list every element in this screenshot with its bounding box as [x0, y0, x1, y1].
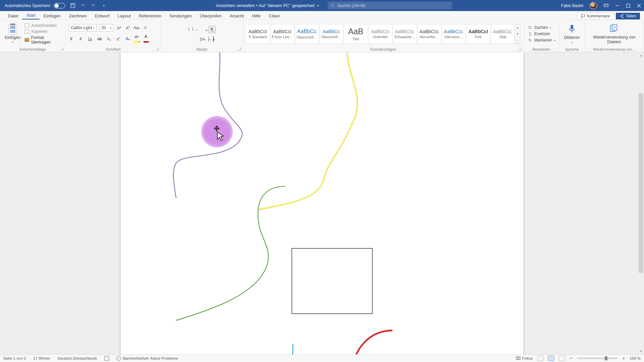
search-input[interactable]: Suchen (Alt+M)	[328, 2, 452, 9]
style-chip[interactable]: AaBbCcI¶ Kein Lee…	[270, 24, 294, 44]
auto-save-toggle[interactable]: Automatisches Speichern	[5, 3, 65, 8]
page[interactable]	[121, 52, 523, 354]
tab-ansicht[interactable]: Ansicht	[226, 12, 248, 19]
zoom-in-button[interactable]: +	[622, 356, 625, 361]
tab-datei[interactable]: Datei	[4, 12, 22, 19]
style-chip[interactable]: AaBbCcIUntertitel	[368, 24, 392, 44]
style-chip[interactable]: AaBbCcLHervorhe…	[417, 24, 441, 44]
tab-citavi[interactable]: Citavi	[265, 12, 284, 19]
styles-gallery[interactable]: AaBbCcI¶ StandardAaBbCcI¶ Kein Lee…AaBbC…	[246, 24, 515, 44]
svg-point-5	[622, 14, 623, 15]
highlight-button[interactable]: ab▾	[134, 34, 140, 44]
word-count[interactable]: 17 Wörter	[33, 356, 50, 360]
style-chip[interactable]: AaBbCcI¶ Standard	[246, 24, 270, 44]
tab-start[interactable]: Start	[22, 11, 39, 19]
svg-rect-13	[516, 357, 520, 360]
avatar[interactable]	[590, 2, 597, 9]
paste-button[interactable]: Einfügen ▾	[3, 24, 22, 44]
scroll-thumb[interactable]	[639, 93, 643, 273]
tab-hilfe[interactable]: Hilfe	[248, 12, 265, 19]
document-area[interactable]	[0, 52, 644, 354]
show-marks-button[interactable]: ¶	[208, 26, 216, 33]
user-name[interactable]: Fabio Basler	[561, 3, 584, 8]
text-effects-button[interactable]: A▾	[125, 37, 131, 41]
scroll-up-button[interactable]: ▴	[638, 52, 644, 58]
maximize-button[interactable]	[626, 3, 631, 8]
tab-ueberpruefen[interactable]: Überprüfen	[196, 12, 226, 19]
qa-dropdown-icon[interactable]: ▾	[101, 3, 107, 9]
title-bar-right: Fabio Basler	[561, 2, 644, 9]
style-chip[interactable]: AaBbCcÜberschrif…	[295, 24, 319, 44]
close-button[interactable]	[637, 3, 641, 8]
vertical-scrollbar[interactable]: ▴ ▾	[638, 52, 644, 354]
style-chip[interactable]: AaBbCcIFett	[466, 24, 490, 44]
style-chip[interactable]: AaBbCcLZitat	[491, 24, 515, 44]
font-color-button[interactable]: A▾	[144, 34, 150, 44]
save-icon[interactable]	[70, 3, 76, 9]
print-layout-button[interactable]	[548, 356, 554, 361]
find-button[interactable]: Suchen▾	[528, 25, 555, 30]
borders-button[interactable]: ▾	[213, 37, 215, 42]
bold-button[interactable]: F	[68, 37, 74, 42]
tab-referenzen[interactable]: Referenzen	[135, 12, 165, 19]
scroll-track[interactable]	[638, 58, 644, 348]
style-chip[interactable]: AaBbCcÜberschrif…	[319, 24, 343, 44]
grow-font-button[interactable]: A▴	[116, 25, 122, 31]
numbering-button[interactable]: ▾	[192, 27, 194, 32]
tab-sendungen[interactable]: Sendungen	[165, 12, 196, 19]
style-chip[interactable]: AaBTitel	[344, 24, 368, 44]
doc-title[interactable]: Ansichten verwalten • Auf "diesem PC" ge…	[216, 3, 319, 8]
shrink-font-button[interactable]: A▾	[125, 25, 131, 31]
share-button[interactable]: Teilen	[616, 13, 640, 19]
font-name-select[interactable]: Calibri Light▾	[68, 24, 97, 32]
text-predictions-icon[interactable]	[104, 356, 109, 361]
ribbon-display-icon[interactable]	[603, 3, 609, 9]
italic-button[interactable]: K	[78, 37, 84, 42]
clear-formatting-button[interactable]: A	[142, 25, 148, 30]
zoom-slider[interactable]	[577, 358, 618, 359]
redo-icon[interactable]	[90, 3, 96, 9]
focus-mode-button[interactable]: Fokus	[516, 356, 533, 360]
language-indicator[interactable]: Deutsch (Deutschland)	[58, 356, 97, 360]
accessibility-icon: ✓	[116, 356, 121, 361]
group-font: Calibri Light▾ 20▾ A▴ A▾ Aa▾ A F K U▾ ab…	[66, 20, 161, 52]
format-painter-button[interactable]: Format übertragen	[24, 35, 63, 45]
read-mode-button[interactable]	[537, 356, 543, 361]
minimize-button[interactable]	[615, 3, 620, 8]
reuse-files-button[interactable]: Wiederverwendung von Dateien	[589, 23, 639, 45]
zoom-out-button[interactable]: −	[570, 355, 573, 361]
shading-button[interactable]: ▾	[208, 37, 210, 42]
group-label-editing: Bearbeiten	[527, 47, 556, 52]
bullets-button[interactable]: ▾	[188, 27, 190, 32]
title-bar-left: Automatisches Speichern ▾	[0, 3, 107, 9]
scroll-down-button[interactable]: ▾	[638, 348, 644, 354]
undo-icon[interactable]	[80, 3, 87, 9]
font-size-select[interactable]: 20▾	[99, 24, 113, 32]
subscript-button[interactable]: x2	[106, 36, 112, 42]
strikethrough-button[interactable]: ab	[97, 37, 103, 41]
replace-button[interactable]: Ersetzen	[528, 32, 555, 36]
style-chip[interactable]: AaBbCcLIntensive…	[442, 24, 466, 44]
line-spacing-button[interactable]: ‡≡▾	[200, 37, 206, 42]
select-button[interactable]: Markieren▾	[528, 38, 555, 43]
copy-button: Kopieren	[24, 29, 63, 34]
zoom-level[interactable]: 150 %	[630, 356, 641, 360]
change-case-button[interactable]: Aa▾	[133, 25, 140, 30]
tab-entwurf[interactable]: Entwurf	[91, 12, 114, 19]
tab-layout[interactable]: Layout	[114, 12, 135, 19]
web-layout-button[interactable]	[559, 356, 565, 361]
page-indicator[interactable]: Seite 1 von 2	[3, 356, 26, 360]
dictate-button[interactable]: Diktieren▾	[560, 23, 583, 45]
comments-button[interactable]: Kommentare	[577, 13, 614, 19]
styles-scroll[interactable]: ▴▾⌄	[515, 24, 521, 44]
group-paragraph: ▾ ▾ ▾ ¶ ‡≡▾ ▾ ▾ Absatz	[161, 20, 243, 52]
underline-button[interactable]: U▾	[87, 37, 93, 41]
tab-einfuegen[interactable]: Einfügen	[40, 12, 65, 19]
paste-label: Einfügen	[5, 35, 20, 40]
multilevel-button[interactable]: ▾	[196, 27, 198, 32]
tab-zeichnen[interactable]: Zeichnen	[65, 12, 91, 19]
brush-icon	[24, 38, 29, 42]
superscript-button[interactable]: x2	[115, 37, 121, 42]
style-chip[interactable]: AaBbCcLSchwache…	[393, 24, 417, 44]
accessibility-status[interactable]: ✓Barrierefreiheit: Keine Probleme	[116, 356, 178, 361]
